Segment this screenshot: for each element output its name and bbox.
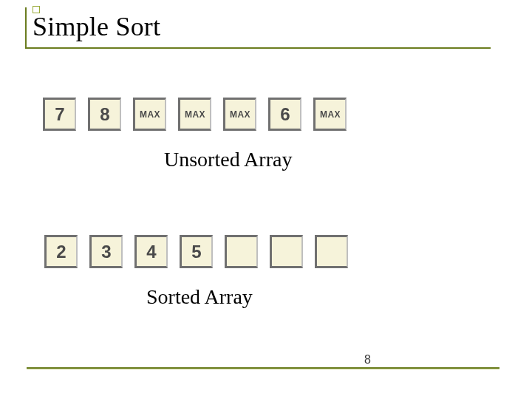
sorted-cell-empty bbox=[270, 235, 303, 268]
footer-rule-shadow bbox=[27, 369, 499, 369]
sorted-caption: Sorted Array bbox=[146, 285, 253, 309]
unsorted-cell-max: MAX bbox=[133, 98, 166, 131]
unsorted-cell-max: MAX bbox=[223, 98, 256, 131]
unsorted-cell: 7 bbox=[43, 98, 76, 131]
sorted-cell: 5 bbox=[180, 235, 213, 268]
sorted-cell: 3 bbox=[89, 235, 123, 268]
page-number: 8 bbox=[364, 353, 371, 366]
sorted-cell-empty bbox=[315, 235, 348, 268]
unsorted-cell: 8 bbox=[88, 98, 121, 131]
unsorted-array-row: 7 8 MAX MAX MAX 6 MAX bbox=[43, 98, 347, 131]
sorted-cell-empty bbox=[225, 235, 258, 268]
title-rule-horizontal bbox=[25, 47, 491, 49]
sorted-cell: 4 bbox=[134, 235, 168, 268]
sorted-array-row: 2 3 4 5 bbox=[44, 235, 348, 268]
unsorted-cell-max: MAX bbox=[178, 98, 211, 131]
unsorted-cell-max: MAX bbox=[313, 98, 347, 131]
unsorted-caption: Unsorted Array bbox=[164, 148, 292, 171]
title-rule-vertical bbox=[25, 7, 27, 47]
slide-title: Simple Sort bbox=[33, 10, 160, 43]
sorted-cell: 2 bbox=[44, 235, 78, 268]
unsorted-cell: 6 bbox=[268, 98, 301, 131]
